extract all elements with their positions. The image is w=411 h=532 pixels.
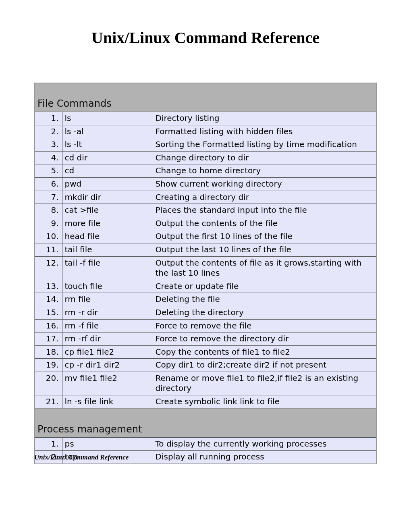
row-number: 1. (35, 437, 62, 451)
table-row: 15.rm -r dirDeleting the directory (35, 306, 376, 319)
command-cell: cd (62, 164, 153, 178)
table-row: 20.mv file1 file2Rename or move file1 to… (35, 372, 376, 395)
row-number: 7. (35, 191, 62, 204)
table-row: 2.ls -alFormatted listing with hidden fi… (35, 125, 376, 138)
description-cell: Output the contents of file as it grows,… (153, 256, 376, 280)
table-row: 21.ln -s file linkCreate symbolic link l… (35, 395, 376, 409)
description-cell: Deleting the file (153, 293, 376, 306)
description-cell: Creating a directory dir (153, 191, 376, 204)
command-cell: ls -al (62, 125, 153, 138)
row-number: 15. (35, 306, 62, 319)
table-row: 13.touch fileCreate or update file (35, 280, 376, 293)
row-number: 3. (35, 138, 62, 152)
description-cell: Output the last 10 lines of the file (153, 243, 376, 256)
page-footer: Unix/Linux Command Reference (34, 453, 129, 461)
command-cell: mkdir dir (62, 191, 153, 204)
row-number: 14. (35, 293, 62, 306)
table-row: 18.cp file1 file2Copy the contents of fi… (35, 345, 376, 359)
table-row: 6.pwdShow current working directory (35, 177, 376, 191)
command-cell: rm -rf dir (62, 332, 153, 346)
command-cell: mv file1 file2 (62, 372, 153, 395)
table-row: 1.psTo display the currently working pro… (35, 437, 376, 451)
table-row: 1.lsDirectory listing (35, 112, 376, 125)
row-number: 20. (35, 372, 62, 395)
row-number: 2. (35, 125, 62, 138)
row-number: 17. (35, 332, 62, 346)
description-cell: Change to home directory (153, 164, 376, 178)
table-row: 4.cd dirChange directory to dir (35, 151, 376, 164)
command-cell: head file (62, 230, 153, 243)
description-cell: Change directory to dir (153, 151, 376, 164)
table-row: 14.rm fileDeleting the file (35, 293, 376, 306)
table-row: 19.cp -r dir1 dir2Copy dir1 to dir2;crea… (35, 359, 376, 372)
row-number: 18. (35, 345, 62, 359)
command-reference-table: File Commands1.lsDirectory listing2.ls -… (34, 83, 377, 464)
row-number: 5. (35, 164, 62, 178)
row-number: 4. (35, 151, 62, 164)
description-cell: Create symbolic link link to file (153, 395, 376, 409)
description-cell: Output the contents of the file (153, 217, 376, 230)
command-cell: cp -r dir1 dir2 (62, 359, 153, 372)
command-cell: rm file (62, 293, 153, 306)
description-cell: Places the standard input into the file (153, 204, 376, 217)
description-cell: Directory listing (153, 112, 376, 125)
command-cell: more file (62, 217, 153, 230)
row-number: 9. (35, 217, 62, 230)
row-number: 16. (35, 319, 62, 332)
command-cell: ps (62, 437, 153, 451)
page-title: Unix/Linux Command Reference (34, 28, 377, 47)
description-cell: Force to remove the file (153, 319, 376, 332)
description-cell: Copy the contents of file1 to file2 (153, 345, 376, 359)
command-cell: cat >file (62, 204, 153, 217)
command-cell: tail file (62, 243, 153, 256)
table-row: 7.mkdir dirCreating a directory dir (35, 191, 376, 204)
description-cell: Deleting the directory (153, 306, 376, 319)
table-row: 16.rm -f fileForce to remove the file (35, 319, 376, 332)
table-row: 17.rm -rf dirForce to remove the directo… (35, 332, 376, 346)
table-row: 3.ls -ltSorting the Formatted listing by… (35, 138, 376, 152)
description-cell: Rename or move file1 to file2,if file2 i… (153, 372, 376, 395)
description-cell: Show current working directory (153, 177, 376, 191)
description-cell: Create or update file (153, 280, 376, 293)
table-row: 5.cdChange to home directory (35, 164, 376, 178)
command-cell: ls -lt (62, 138, 153, 152)
command-cell: touch file (62, 280, 153, 293)
command-cell: ls (62, 112, 153, 125)
command-cell: rm -r dir (62, 306, 153, 319)
row-number: 12. (35, 256, 62, 280)
table-row: 9.more fileOutput the contents of the fi… (35, 217, 376, 230)
table-row: 10.head fileOutput the first 10 lines of… (35, 230, 376, 243)
table-row: 11.tail fileOutput the last 10 lines of … (35, 243, 376, 256)
row-number: 10. (35, 230, 62, 243)
row-number: 6. (35, 177, 62, 191)
description-cell: Force to remove the directory dir (153, 332, 376, 346)
command-cell: ln -s file link (62, 395, 153, 409)
command-cell: cd dir (62, 151, 153, 164)
command-cell: pwd (62, 177, 153, 191)
table-row: 12.tail -f fileOutput the contents of fi… (35, 256, 376, 280)
command-cell: rm -f file (62, 319, 153, 332)
command-cell: tail -f file (62, 256, 153, 280)
description-cell: Copy dir1 to dir2;create dir2 if not pre… (153, 359, 376, 372)
section-heading: Process management (35, 409, 376, 438)
row-number: 8. (35, 204, 62, 217)
table-row: 8.cat >filePlaces the standard input int… (35, 204, 376, 217)
description-cell: Sorting the Formatted listing by time mo… (153, 138, 376, 152)
description-cell: To display the currently working process… (153, 437, 376, 451)
row-number: 13. (35, 280, 62, 293)
description-cell: Output the first 10 lines of the file (153, 230, 376, 243)
description-cell: Display all running process (153, 451, 376, 464)
section-heading: File Commands (35, 83, 376, 112)
command-cell: cp file1 file2 (62, 345, 153, 359)
row-number: 11. (35, 243, 62, 256)
row-number: 21. (35, 395, 62, 409)
row-number: 19. (35, 359, 62, 372)
description-cell: Formatted listing with hidden files (153, 125, 376, 138)
row-number: 1. (35, 112, 62, 125)
